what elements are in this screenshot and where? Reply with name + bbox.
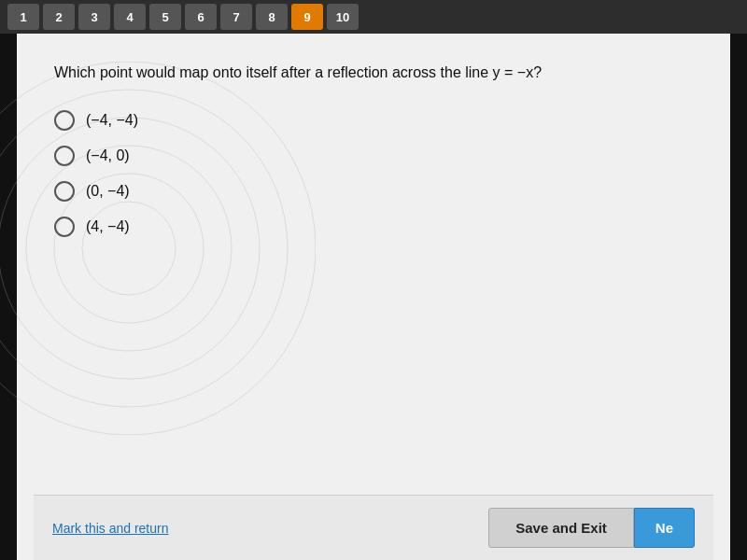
save-exit-button[interactable]: Save and Exit: [488, 508, 634, 548]
question-nav: 1 2 3 4 5 6 7 8 9 10: [0, 0, 747, 34]
option-3-label: (0, −4): [86, 183, 130, 200]
radio-2[interactable]: [54, 146, 75, 166]
tab-4[interactable]: 4: [114, 4, 146, 30]
radio-4[interactable]: [54, 217, 75, 237]
tab-10[interactable]: 10: [327, 4, 359, 30]
tab-6[interactable]: 6: [185, 4, 217, 30]
right-border: [730, 34, 747, 560]
tab-7[interactable]: 7: [220, 4, 252, 30]
option-1[interactable]: (−4, −4): [54, 110, 693, 131]
option-4[interactable]: (4, −4): [54, 217, 693, 237]
left-border: [0, 34, 17, 560]
action-buttons: Save and Exit Ne: [488, 508, 695, 548]
radio-3[interactable]: [54, 181, 75, 202]
tab-1[interactable]: 1: [7, 4, 39, 30]
option-3[interactable]: (0, −4): [54, 181, 693, 202]
option-2-label: (−4, 0): [86, 147, 130, 164]
tab-8[interactable]: 8: [256, 4, 288, 30]
bottom-bar: Mark this and return Save and Exit Ne: [34, 495, 713, 560]
tab-2[interactable]: 2: [43, 4, 75, 30]
option-4-label: (4, −4): [86, 218, 130, 235]
option-1-label: (−4, −4): [86, 112, 138, 129]
radio-1[interactable]: [54, 110, 75, 131]
next-button[interactable]: Ne: [634, 508, 695, 548]
tab-9[interactable]: 9: [291, 4, 323, 30]
mark-return-link[interactable]: Mark this and return: [52, 521, 169, 536]
tab-5[interactable]: 5: [149, 4, 181, 30]
option-2[interactable]: (−4, 0): [54, 146, 693, 166]
options-list: (−4, −4) (−4, 0) (0, −4) (4, −4): [54, 110, 693, 237]
tab-3[interactable]: 3: [78, 4, 110, 30]
content-wrapper: Which point would map onto itself after …: [17, 34, 730, 560]
question-text: Which point would map onto itself after …: [54, 62, 693, 84]
